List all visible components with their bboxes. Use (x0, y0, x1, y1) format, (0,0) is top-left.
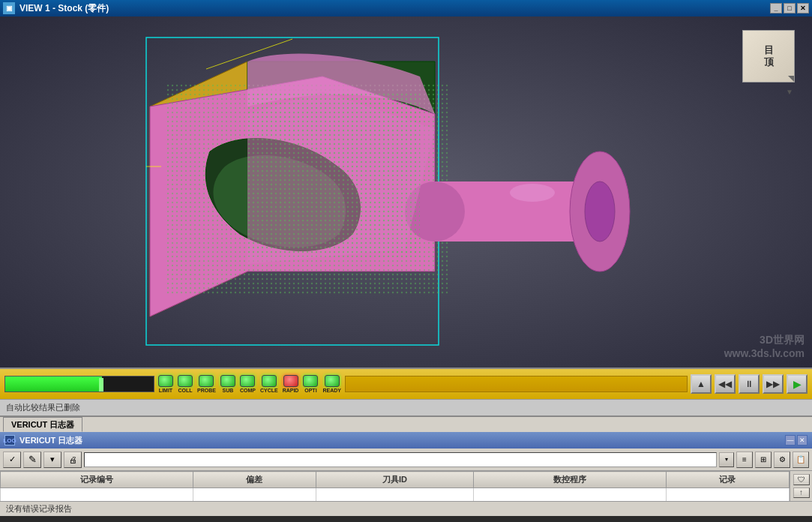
log-title: VERICUT 日志器 (19, 435, 781, 446)
probe-light (199, 375, 214, 387)
minimize-button[interactable]: _ (770, 3, 782, 14)
progress-thumb (99, 378, 103, 392)
to-start-button[interactable]: ▲ (691, 374, 712, 394)
app-icon: ▣ (3, 2, 15, 14)
log-settings-button[interactable]: ⚙ (774, 452, 790, 468)
log-close-button[interactable]: ✕ (797, 435, 808, 446)
progress-bar (5, 376, 102, 392)
log-panel: VERICUT 日志器 LOG VERICUT 日志器 — ✕ ✓ ✎ ▾ 🖨 … (0, 416, 812, 516)
play-button[interactable]: ▶ (787, 374, 808, 394)
indicator-opti: OPTI (303, 375, 318, 393)
indicator-sub: SUB (220, 375, 235, 393)
log-minimize-button[interactable]: — (785, 435, 796, 446)
col-record: 记录 (666, 472, 789, 488)
probe-label: PROBE (197, 388, 216, 393)
log-status-text: 没有错误记录报告 (6, 503, 72, 514)
coll-label: COLL (178, 388, 192, 393)
sidebar-shield-button[interactable]: 🛡 (793, 474, 810, 485)
col-record-num: 记录编号 (1, 472, 193, 488)
window-controls: _ □ ✕ (770, 3, 809, 14)
indicator-limit: LIMIT (158, 375, 173, 393)
table-row (1, 488, 790, 502)
log-copy-button[interactable]: 📋 (793, 452, 809, 468)
log-list-button[interactable]: ≡ (736, 452, 753, 468)
window-title: VIEW 1 - Stock (零件) (19, 2, 770, 15)
col-tool-id: 刀具ID (316, 472, 473, 488)
bottom-toolbar: LIMIT COLL PROBE SUB COMP CYCLE RAPID OP… (0, 368, 812, 399)
view-cube-label: 目 顶 (764, 44, 774, 68)
comp-light (240, 375, 255, 387)
sub-label: SUB (223, 388, 234, 393)
svg-rect-12 (247, 92, 420, 256)
view-cube-compass: ▼ (784, 86, 796, 98)
log-tab-item[interactable]: VERICUT 日志器 (3, 417, 82, 432)
limit-light (158, 375, 173, 387)
log-grid-button[interactable]: ⊞ (755, 452, 772, 468)
col-nc-program: 数控程序 (474, 472, 667, 488)
ready-label: READY (322, 388, 341, 393)
view-cube[interactable]: 目 顶 ▼ (742, 30, 799, 98)
rapid-label: RAPID (283, 388, 299, 393)
log-table-body (1, 488, 790, 502)
log-table: 记录编号 偏差 刀具ID 数控程序 记录 (0, 471, 790, 501)
close-button[interactable]: ✕ (797, 3, 809, 14)
svg-point-11 (585, 182, 615, 242)
3d-model-svg (0, 16, 812, 368)
pause-button[interactable]: ⏸ (739, 374, 760, 394)
indicator-cycle: CYCLE (260, 375, 278, 393)
log-tab-bar: VERICUT 日志器 (0, 417, 812, 432)
prev-button[interactable]: ◀◀ (715, 374, 736, 394)
log-window-controls: — ✕ (785, 435, 808, 446)
col-offset: 偏差 (193, 472, 316, 488)
log-dropdown-button[interactable]: ▾ (43, 452, 61, 468)
log-search-dropdown[interactable]: ▾ (719, 452, 734, 467)
sub-light (220, 375, 235, 387)
ready-light (325, 375, 340, 387)
comp-label: COMP (240, 388, 256, 393)
view-cube-arrow (788, 76, 794, 82)
status-area (345, 376, 688, 392)
rapid-light (283, 375, 298, 387)
log-status-bar: 没有错误记录报告 (0, 501, 812, 516)
cycle-light (262, 375, 277, 387)
cycle-label: CYCLE (260, 388, 278, 393)
title-bar: ▣ VIEW 1 - Stock (零件) _ □ ✕ (0, 0, 812, 16)
indicator-rapid: RAPID (283, 375, 299, 393)
status-text: 自动比较结果已删除 (6, 402, 80, 413)
indicator-ready: READY (322, 375, 341, 393)
opti-label: OPTI (304, 388, 316, 393)
log-check-button[interactable]: ✓ (3, 452, 21, 468)
indicator-comp: COMP (240, 375, 256, 393)
status-bar: 自动比较结果已删除 (0, 399, 812, 416)
next-button[interactable]: ▶▶ (763, 374, 784, 394)
log-icon: LOG (4, 435, 15, 446)
log-toolbar: ✓ ✎ ▾ 🖨 ▾ ≡ ⊞ ⚙ 📋 (0, 448, 812, 471)
log-sidebar: 🛡 ↑ (790, 471, 812, 501)
indicator-coll: COLL (178, 375, 193, 393)
view-cube-box[interactable]: 目 顶 (742, 30, 795, 82)
maximize-button[interactable]: □ (784, 3, 796, 14)
log-title-bar: LOG VERICUT 日志器 — ✕ (0, 432, 812, 448)
svg-point-13 (510, 184, 555, 202)
log-edit-button[interactable]: ✎ (23, 452, 41, 468)
indicator-probe: PROBE (197, 375, 216, 393)
sidebar-up-button[interactable]: ↑ (793, 488, 810, 499)
progress-container[interactable] (4, 376, 154, 392)
3d-viewport[interactable]: 目 顶 ▼ 3D世界网 www.3ds.lv.com (0, 16, 812, 368)
log-search-input[interactable] (84, 452, 717, 467)
log-print-button[interactable]: 🖨 (64, 452, 82, 468)
opti-light (303, 375, 318, 387)
log-table-container: 记录编号 偏差 刀具ID 数控程序 记录 🛡 ↑ (0, 471, 812, 501)
coll-light (178, 375, 193, 387)
limit-label: LIMIT (159, 388, 172, 393)
